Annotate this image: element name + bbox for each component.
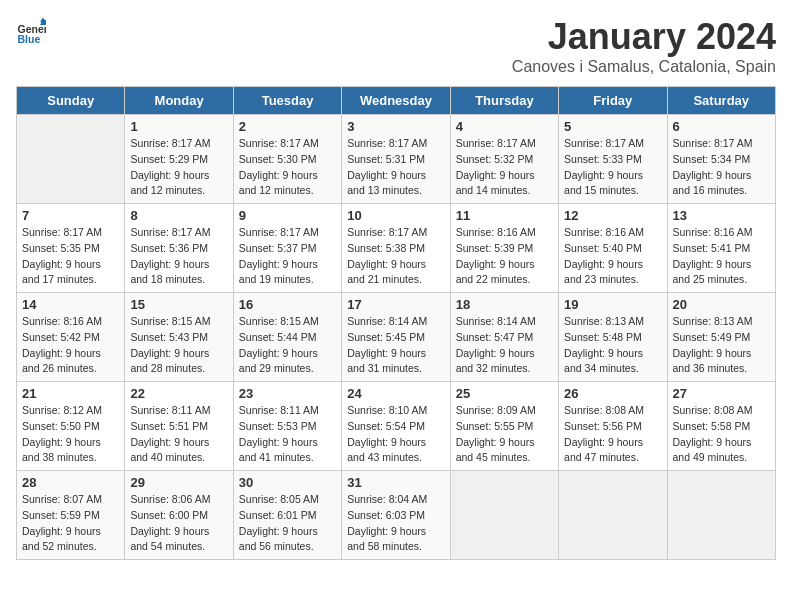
calendar-cell	[17, 115, 125, 204]
day-info: Sunrise: 8:16 AM Sunset: 5:41 PM Dayligh…	[673, 225, 770, 288]
day-info: Sunrise: 8:05 AM Sunset: 6:01 PM Dayligh…	[239, 492, 336, 555]
calendar-week-row: 21 Sunrise: 8:12 AM Sunset: 5:50 PM Dayl…	[17, 382, 776, 471]
weekday-header: Thursday	[450, 87, 558, 115]
sunrise-text: Sunrise: 8:14 AM	[456, 315, 536, 327]
sunrise-text: Sunrise: 8:13 AM	[564, 315, 644, 327]
daylight-text: Daylight: 9 hours and 32 minutes.	[456, 347, 535, 375]
daylight-text: Daylight: 9 hours and 25 minutes.	[673, 258, 752, 286]
sunrise-text: Sunrise: 8:15 AM	[239, 315, 319, 327]
day-info: Sunrise: 8:16 AM Sunset: 5:39 PM Dayligh…	[456, 225, 553, 288]
calendar-table: SundayMondayTuesdayWednesdayThursdayFrid…	[16, 86, 776, 560]
daylight-text: Daylight: 9 hours and 16 minutes.	[673, 169, 752, 197]
sunset-text: Sunset: 5:44 PM	[239, 331, 317, 343]
sunrise-text: Sunrise: 8:04 AM	[347, 493, 427, 505]
weekday-header: Monday	[125, 87, 233, 115]
sunset-text: Sunset: 5:38 PM	[347, 242, 425, 254]
day-info: Sunrise: 8:17 AM Sunset: 5:34 PM Dayligh…	[673, 136, 770, 199]
daylight-text: Daylight: 9 hours and 45 minutes.	[456, 436, 535, 464]
calendar-week-row: 28 Sunrise: 8:07 AM Sunset: 5:59 PM Dayl…	[17, 471, 776, 560]
main-title: January 2024	[512, 16, 776, 58]
sunrise-text: Sunrise: 8:17 AM	[239, 137, 319, 149]
day-number: 4	[456, 119, 553, 134]
sunset-text: Sunset: 5:54 PM	[347, 420, 425, 432]
day-number: 23	[239, 386, 336, 401]
calendar-cell: 7 Sunrise: 8:17 AM Sunset: 5:35 PM Dayli…	[17, 204, 125, 293]
day-info: Sunrise: 8:14 AM Sunset: 5:47 PM Dayligh…	[456, 314, 553, 377]
day-number: 20	[673, 297, 770, 312]
sunrise-text: Sunrise: 8:17 AM	[130, 226, 210, 238]
sunrise-text: Sunrise: 8:17 AM	[347, 137, 427, 149]
calendar-cell: 8 Sunrise: 8:17 AM Sunset: 5:36 PM Dayli…	[125, 204, 233, 293]
day-info: Sunrise: 8:17 AM Sunset: 5:29 PM Dayligh…	[130, 136, 227, 199]
day-info: Sunrise: 8:16 AM Sunset: 5:40 PM Dayligh…	[564, 225, 661, 288]
daylight-text: Daylight: 9 hours and 17 minutes.	[22, 258, 101, 286]
sunrise-text: Sunrise: 8:16 AM	[564, 226, 644, 238]
sunset-text: Sunset: 5:34 PM	[673, 153, 751, 165]
day-info: Sunrise: 8:17 AM Sunset: 5:37 PM Dayligh…	[239, 225, 336, 288]
sunset-text: Sunset: 5:58 PM	[673, 420, 751, 432]
day-number: 24	[347, 386, 444, 401]
day-number: 29	[130, 475, 227, 490]
calendar-cell: 19 Sunrise: 8:13 AM Sunset: 5:48 PM Dayl…	[559, 293, 667, 382]
daylight-text: Daylight: 9 hours and 47 minutes.	[564, 436, 643, 464]
day-number: 8	[130, 208, 227, 223]
calendar-cell: 6 Sunrise: 8:17 AM Sunset: 5:34 PM Dayli…	[667, 115, 775, 204]
sunset-text: Sunset: 5:41 PM	[673, 242, 751, 254]
day-info: Sunrise: 8:07 AM Sunset: 5:59 PM Dayligh…	[22, 492, 119, 555]
day-number: 19	[564, 297, 661, 312]
day-info: Sunrise: 8:17 AM Sunset: 5:31 PM Dayligh…	[347, 136, 444, 199]
calendar-cell: 10 Sunrise: 8:17 AM Sunset: 5:38 PM Dayl…	[342, 204, 450, 293]
sunset-text: Sunset: 5:40 PM	[564, 242, 642, 254]
calendar-week-row: 14 Sunrise: 8:16 AM Sunset: 5:42 PM Dayl…	[17, 293, 776, 382]
sunset-text: Sunset: 5:59 PM	[22, 509, 100, 521]
calendar-cell	[667, 471, 775, 560]
day-number: 9	[239, 208, 336, 223]
daylight-text: Daylight: 9 hours and 19 minutes.	[239, 258, 318, 286]
svg-text:Blue: Blue	[18, 33, 41, 45]
day-info: Sunrise: 8:11 AM Sunset: 5:51 PM Dayligh…	[130, 403, 227, 466]
day-number: 26	[564, 386, 661, 401]
day-number: 15	[130, 297, 227, 312]
day-number: 10	[347, 208, 444, 223]
calendar-cell: 2 Sunrise: 8:17 AM Sunset: 5:30 PM Dayli…	[233, 115, 341, 204]
sunrise-text: Sunrise: 8:13 AM	[673, 315, 753, 327]
sunset-text: Sunset: 5:56 PM	[564, 420, 642, 432]
day-number: 6	[673, 119, 770, 134]
daylight-text: Daylight: 9 hours and 22 minutes.	[456, 258, 535, 286]
daylight-text: Daylight: 9 hours and 13 minutes.	[347, 169, 426, 197]
day-info: Sunrise: 8:17 AM Sunset: 5:35 PM Dayligh…	[22, 225, 119, 288]
day-number: 18	[456, 297, 553, 312]
sunset-text: Sunset: 5:39 PM	[456, 242, 534, 254]
sunrise-text: Sunrise: 8:08 AM	[673, 404, 753, 416]
sunset-text: Sunset: 5:32 PM	[456, 153, 534, 165]
day-info: Sunrise: 8:17 AM Sunset: 5:32 PM Dayligh…	[456, 136, 553, 199]
day-number: 21	[22, 386, 119, 401]
calendar-cell: 26 Sunrise: 8:08 AM Sunset: 5:56 PM Dayl…	[559, 382, 667, 471]
day-number: 22	[130, 386, 227, 401]
day-number: 3	[347, 119, 444, 134]
calendar-cell: 14 Sunrise: 8:16 AM Sunset: 5:42 PM Dayl…	[17, 293, 125, 382]
sunrise-text: Sunrise: 8:14 AM	[347, 315, 427, 327]
calendar-cell: 13 Sunrise: 8:16 AM Sunset: 5:41 PM Dayl…	[667, 204, 775, 293]
sunset-text: Sunset: 6:01 PM	[239, 509, 317, 521]
daylight-text: Daylight: 9 hours and 28 minutes.	[130, 347, 209, 375]
daylight-text: Daylight: 9 hours and 26 minutes.	[22, 347, 101, 375]
calendar-cell: 30 Sunrise: 8:05 AM Sunset: 6:01 PM Dayl…	[233, 471, 341, 560]
day-number: 1	[130, 119, 227, 134]
day-number: 30	[239, 475, 336, 490]
day-info: Sunrise: 8:16 AM Sunset: 5:42 PM Dayligh…	[22, 314, 119, 377]
calendar-week-row: 7 Sunrise: 8:17 AM Sunset: 5:35 PM Dayli…	[17, 204, 776, 293]
daylight-text: Daylight: 9 hours and 34 minutes.	[564, 347, 643, 375]
day-info: Sunrise: 8:09 AM Sunset: 5:55 PM Dayligh…	[456, 403, 553, 466]
day-info: Sunrise: 8:12 AM Sunset: 5:50 PM Dayligh…	[22, 403, 119, 466]
calendar-cell: 24 Sunrise: 8:10 AM Sunset: 5:54 PM Dayl…	[342, 382, 450, 471]
daylight-text: Daylight: 9 hours and 15 minutes.	[564, 169, 643, 197]
sunset-text: Sunset: 5:33 PM	[564, 153, 642, 165]
daylight-text: Daylight: 9 hours and 38 minutes.	[22, 436, 101, 464]
day-info: Sunrise: 8:11 AM Sunset: 5:53 PM Dayligh…	[239, 403, 336, 466]
sunrise-text: Sunrise: 8:05 AM	[239, 493, 319, 505]
calendar-cell: 27 Sunrise: 8:08 AM Sunset: 5:58 PM Dayl…	[667, 382, 775, 471]
sunrise-text: Sunrise: 8:16 AM	[22, 315, 102, 327]
title-area: January 2024 Canoves i Samalus, Cataloni…	[512, 16, 776, 76]
daylight-text: Daylight: 9 hours and 23 minutes.	[564, 258, 643, 286]
